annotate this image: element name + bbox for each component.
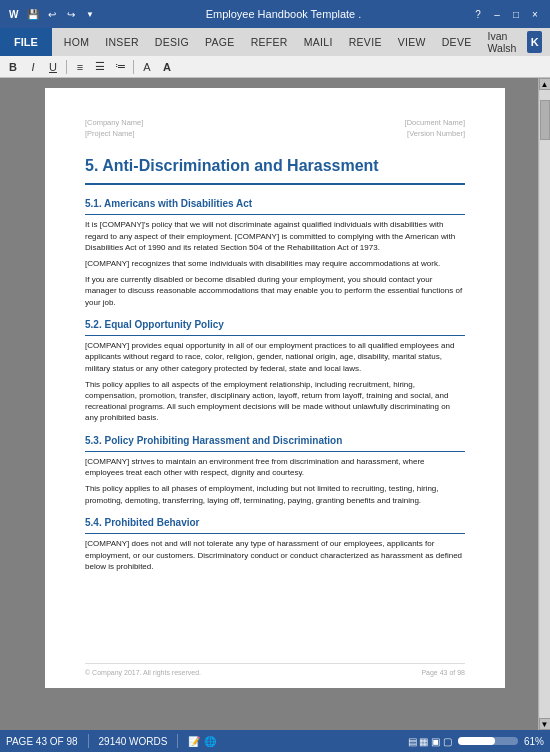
toolbar-separator — [66, 60, 67, 74]
close-button[interactable]: × — [526, 6, 544, 22]
scroll-up-button[interactable]: ▲ — [539, 78, 551, 90]
italic-button[interactable]: I — [24, 58, 42, 76]
section-5-title: 5. Anti-Discrimination and Harassment — [85, 154, 465, 185]
tab-insert[interactable]: INSER — [97, 28, 147, 56]
tab-mailings[interactable]: MAILI — [296, 28, 341, 56]
document-area: [Company Name] [Project Name] [Document … — [0, 78, 550, 730]
scroll-thumb[interactable] — [540, 100, 550, 140]
font-size-down[interactable]: A — [138, 58, 156, 76]
ribbon: FILE HOM INSER DESIG PAGE REFER MAILI RE… — [0, 28, 550, 56]
subsection-5-3-title: 5.3. Policy Prohibiting Harassment and D… — [85, 434, 465, 453]
footer-page-info: Page 43 of 98 — [421, 668, 465, 678]
document-title: Employee Handbook Template . — [102, 8, 465, 20]
footer-copyright: © Company 2017. All rights reserved. — [85, 668, 201, 678]
ribbon-tabs: HOM INSER DESIG PAGE REFER MAILI REVIE V… — [52, 28, 550, 56]
view-icons: ▤ ▦ ▣ ▢ — [408, 736, 452, 747]
align-left[interactable]: ≡ — [71, 58, 89, 76]
tab-developer[interactable]: DEVE — [434, 28, 480, 56]
title-bar-icons: W 💾 ↩ ↪ ▼ — [6, 6, 98, 22]
tab-design[interactable]: DESIG — [147, 28, 197, 56]
font-size-up[interactable]: A — [158, 58, 176, 76]
tab-page[interactable]: PAGE — [197, 28, 243, 56]
company-name-header: [Company Name] — [85, 118, 143, 129]
minimize-button[interactable]: – — [488, 6, 506, 22]
language-icon: 🌐 — [204, 736, 216, 747]
undo-icon[interactable]: ↩ — [44, 6, 60, 22]
vertical-scrollbar[interactable]: ▲ ▼ — [538, 78, 550, 730]
para-5-2-1: [COMPANY] provides equal opportunity in … — [85, 340, 465, 374]
redo-icon[interactable]: ↪ — [63, 6, 79, 22]
zoom-fill — [458, 737, 495, 745]
word-count: 29140 WORDS — [99, 736, 168, 747]
document-page: [Company Name] [Project Name] [Document … — [45, 88, 505, 688]
user-avatar: K — [527, 31, 542, 53]
help-button[interactable]: ? — [469, 6, 487, 22]
underline-button[interactable]: U — [44, 58, 62, 76]
para-5-1-1: It is [COMPANY]'s policy that we will no… — [85, 219, 465, 253]
bold-button[interactable]: B — [4, 58, 22, 76]
track-changes-icon: 📝 — [188, 736, 200, 747]
subsection-5-2-title: 5.2. Equal Opportunity Policy — [85, 318, 465, 337]
format-toolbar: B I U ≡ ☰ ≔ A A — [0, 56, 550, 78]
page-header-left: [Company Name] [Project Name] — [85, 118, 143, 140]
tab-home[interactable]: HOM — [56, 28, 97, 56]
page-count: PAGE 43 OF 98 — [6, 736, 78, 747]
page-header: [Company Name] [Project Name] [Document … — [85, 118, 465, 140]
para-5-1-3: If you are currently disabled or become … — [85, 274, 465, 308]
project-name-header: [Project Name] — [85, 129, 143, 140]
tab-review[interactable]: REVIE — [341, 28, 390, 56]
toolbar-separator-2 — [133, 60, 134, 74]
file-tab[interactable]: FILE — [0, 28, 52, 56]
status-bar: PAGE 43 OF 98 29140 WORDS 📝 🌐 ▤ ▦ ▣ ▢ 61… — [0, 730, 550, 752]
para-5-3-2: This policy applies to all phases of emp… — [85, 483, 465, 505]
status-separator-1 — [88, 734, 89, 748]
status-separator-2 — [177, 734, 178, 748]
page-footer: © Company 2017. All rights reserved. Pag… — [85, 663, 465, 678]
main-area: [Company Name] [Project Name] [Document … — [0, 78, 550, 730]
status-right: ▤ ▦ ▣ ▢ 61% — [408, 736, 544, 747]
save-icon[interactable]: 💾 — [25, 6, 41, 22]
window-controls: ? – □ × — [469, 6, 544, 22]
para-5-1-2: [COMPANY] recognizes that some individua… — [85, 258, 465, 269]
restore-button[interactable]: □ — [507, 6, 525, 22]
user-profile[interactable]: Ivan Walsh K — [480, 30, 550, 54]
bullets[interactable]: ≔ — [111, 58, 129, 76]
word-count-status: 29140 WORDS — [99, 736, 168, 747]
scroll-down-button[interactable]: ▼ — [539, 718, 551, 730]
tab-references[interactable]: REFER — [243, 28, 296, 56]
page-number-status: PAGE 43 OF 98 — [6, 736, 78, 747]
user-name: Ivan Walsh — [488, 30, 524, 54]
word-icon: W — [6, 6, 22, 22]
para-5-4-1: [COMPANY] does not and will not tolerate… — [85, 538, 465, 572]
subsection-5-1-title: 5.1. Americans with Disabilities Act — [85, 197, 465, 216]
subsection-5-4-title: 5.4. Prohibited Behavior — [85, 516, 465, 535]
zoom-percentage: 61% — [524, 736, 544, 747]
scroll-track[interactable] — [540, 90, 550, 718]
doc-name-header: [Document Name] — [405, 118, 465, 129]
para-5-2-2: This policy applies to all aspects of th… — [85, 379, 465, 424]
svg-text:W: W — [9, 9, 19, 20]
tab-view[interactable]: VIEW — [390, 28, 434, 56]
quick-access-more[interactable]: ▼ — [82, 6, 98, 22]
align-center[interactable]: ☰ — [91, 58, 109, 76]
language-status: 📝 🌐 — [188, 736, 216, 747]
title-bar: W 💾 ↩ ↪ ▼ Employee Handbook Template . ?… — [0, 0, 550, 28]
version-header: [Version Number] — [405, 129, 465, 140]
zoom-slider[interactable] — [458, 737, 518, 745]
page-header-right: [Document Name] [Version Number] — [405, 118, 465, 140]
para-5-3-1: [COMPANY] strives to maintain an environ… — [85, 456, 465, 478]
